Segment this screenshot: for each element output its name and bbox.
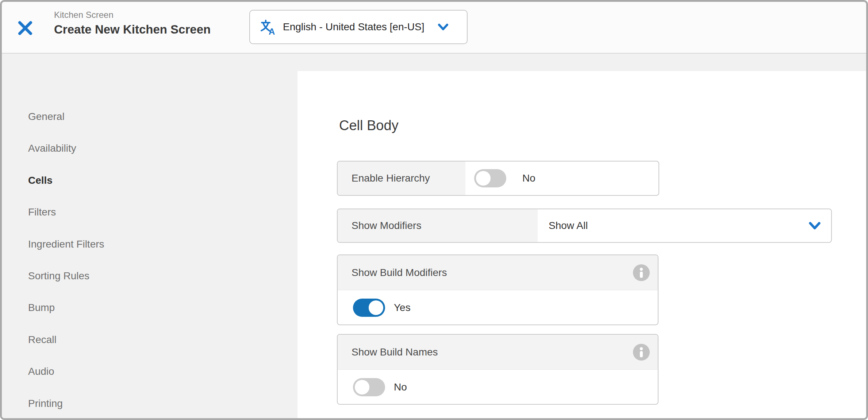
toggle-knob — [476, 171, 491, 186]
setting-row-enable-hierarchy: Enable Hierarchy No — [337, 161, 659, 196]
kitchen-screen-modal: Kitchen Screen Create New Kitchen Screen… — [0, 0, 868, 420]
sidebar-item-filters[interactable]: Filters — [28, 203, 56, 221]
setting-label: Enable Hierarchy — [338, 162, 465, 195]
chevron-down-icon — [808, 220, 822, 231]
svg-text:A: A — [269, 27, 275, 35]
sidebar-item-ingredient-filters[interactable]: Ingredient Filters — [28, 236, 104, 253]
setting-label: Show Build Modifiers — [352, 267, 633, 279]
modal-header: Kitchen Screen Create New Kitchen Screen… — [2, 2, 866, 54]
show-build-modifiers-toggle[interactable] — [353, 299, 385, 317]
card-body: Yes — [338, 290, 658, 325]
select-selected-value: Show All — [546, 220, 588, 232]
toggle-knob — [369, 300, 383, 315]
setting-label: Show Modifiers — [338, 209, 538, 242]
close-button[interactable] — [15, 18, 35, 38]
setting-card-show-build-modifiers: Show Build Modifiers Yes — [337, 254, 658, 325]
translate-icon: A — [260, 19, 276, 35]
section-heading: Cell Body — [339, 118, 399, 133]
setting-control: No — [465, 162, 658, 195]
settings-nav-sidebar: GeneralAvailabilityCellsFiltersIngredien… — [2, 54, 297, 418]
show-build-names-toggle[interactable] — [353, 378, 385, 396]
sidebar-item-availability[interactable]: Availability — [28, 140, 76, 157]
sidebar-item-cells[interactable]: Cells — [28, 172, 53, 189]
language-selector[interactable]: A English - United States [en-US] — [249, 10, 468, 44]
toggle-state-text: Yes — [394, 302, 411, 314]
content-panel: Cell Body Enable Hierarchy No Show Modif… — [297, 71, 866, 418]
toggle-state-text: No — [394, 381, 407, 393]
enable-hierarchy-toggle[interactable] — [474, 169, 506, 187]
sidebar-item-bump[interactable]: Bump — [28, 299, 55, 316]
sidebar-item-audio[interactable]: Audio — [28, 363, 54, 380]
info-icon[interactable] — [633, 264, 650, 281]
breadcrumb: Kitchen Screen — [54, 9, 211, 21]
card-body: No — [338, 370, 658, 404]
toggle-knob — [355, 380, 369, 394]
setting-row-show-modifiers: Show Modifiers Show All — [337, 209, 832, 243]
sidebar-item-printing[interactable]: Printing — [28, 395, 63, 412]
setting-label: Show Build Names — [352, 346, 633, 358]
setting-card-show-build-names: Show Build Names No — [337, 334, 658, 405]
language-selector-value: English - United States [en-US] — [283, 21, 425, 33]
page-title: Create New Kitchen Screen — [54, 22, 211, 38]
close-icon — [17, 20, 34, 36]
show-modifiers-select[interactable]: Show All — [538, 209, 831, 242]
toggle-state-text: No — [522, 172, 535, 184]
card-header: Show Build Names — [338, 335, 658, 370]
header-titles: Kitchen Screen Create New Kitchen Screen — [54, 9, 211, 38]
sidebar-item-sorting-rules[interactable]: Sorting Rules — [28, 267, 89, 285]
sidebar-item-recall[interactable]: Recall — [28, 331, 57, 349]
info-icon[interactable] — [633, 344, 650, 361]
chevron-down-icon — [437, 22, 449, 32]
card-header: Show Build Modifiers — [338, 255, 658, 290]
sidebar-item-general[interactable]: General — [28, 108, 65, 125]
select-chevron — [808, 220, 822, 231]
modal-content: Kitchen Screen Create New Kitchen Screen… — [2, 2, 866, 418]
